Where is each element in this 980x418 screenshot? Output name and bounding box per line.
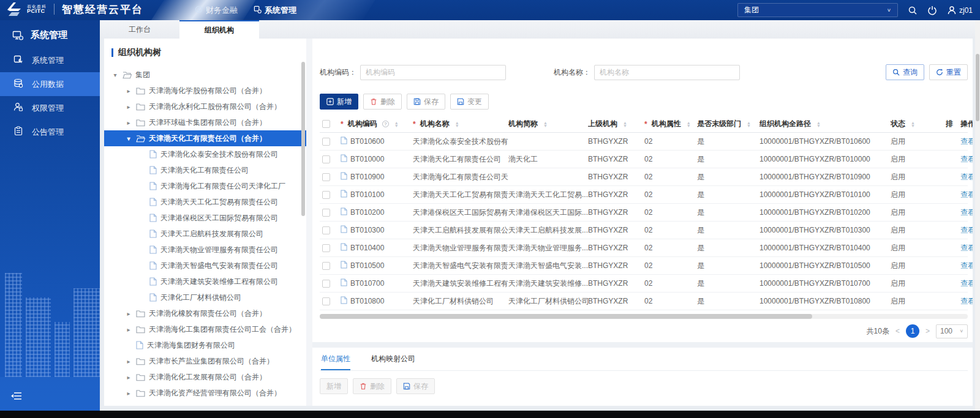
tree-caret-icon[interactable]: ▸ [125,310,132,317]
tree-node[interactable]: 天津天工启航科技发展有限公司 [104,226,306,242]
add-button[interactable]: 新增 [320,94,358,110]
row-checkbox[interactable] [322,244,330,252]
org-name-cell: 天津渤天物业管理服务有限责... [413,243,508,253]
view-link[interactable]: 查看 [960,243,973,253]
view-link[interactable]: 查看 [960,190,973,200]
tree-node[interactable]: 天津渤海集团财务有限公司 [104,337,306,353]
info-icon[interactable]: ? [382,121,389,127]
sidebar-item-权限管理[interactable]: 权限管理 [0,96,100,120]
tree-node[interactable]: 天津渤天建筑安装维修工程有限公司 [104,274,306,289]
tree-node[interactable]: 天津渤天天工化工贸易有限责任公司 [104,194,306,210]
sidebar-item-公用数据[interactable]: 公用数据 [0,72,100,96]
detail-delete-button[interactable]: 删除 [353,378,391,394]
detail-tab-单位属性[interactable]: 单位属性 [321,354,350,370]
tree-node[interactable]: 天津港保税区天工国际贸易有限公司 [104,210,306,226]
tree-caret-icon[interactable]: ▾ [125,135,132,142]
tree-node[interactable]: ▸天津环球磁卡集团有限公司（合并） [104,114,306,130]
view-link[interactable]: 查看 [960,261,973,271]
tree-caret-icon[interactable]: ▸ [125,119,132,126]
top-nav-item-财务金融[interactable]: 财务金融 [195,5,238,16]
sort-caret-icon[interactable]: ▲▼ [747,121,751,127]
detail-add-button[interactable]: 新增 [320,378,348,394]
view-link[interactable]: 查看 [960,207,973,218]
row-checkbox[interactable] [322,155,330,163]
org-code-input[interactable] [360,65,506,80]
sidebar-item-公告管理[interactable]: 公告管理 [0,120,100,144]
row-checkbox[interactable] [322,173,330,181]
query-button[interactable]: 查询 [886,64,924,80]
detail-save-button[interactable]: 保存 [396,378,435,394]
tree-node[interactable]: ▸天津渤海化学股份有限公司（合并） [104,83,306,99]
row-checkbox[interactable] [322,138,330,146]
view-link[interactable]: 查看 [960,172,973,182]
view-link[interactable]: 查看 [960,136,973,147]
sort-caret-icon[interactable]: ▲▼ [394,121,399,127]
row-checkbox[interactable] [322,297,330,305]
tree-node[interactable]: ▾集团 [104,67,306,83]
pagination-next[interactable]: > [925,327,930,335]
org-code-value: BT010400 [350,244,384,252]
view-link[interactable]: 查看 [960,154,973,165]
delete-button[interactable]: 删除 [363,94,402,110]
row-checkbox[interactable] [322,262,330,270]
tree-caret-icon[interactable]: ▸ [125,374,132,381]
tree-node[interactable]: ▸天津市长芦盐业集团有限公司（合并） [104,353,306,369]
pagination-prev[interactable]: < [895,327,900,335]
sort-caret-icon[interactable]: ▲▼ [687,121,691,127]
tree-node[interactable]: 天津渤天智盛电气安装有限责任公司 [104,258,306,274]
sort-caret-icon[interactable]: ▲▼ [816,121,821,127]
chevron-down-icon: ∨ [887,7,891,13]
tab-工作台[interactable]: 工作台 [100,20,179,39]
tree-node[interactable]: 天津渤化众泰安全技术股份有限公司 [104,146,306,162]
tree-node[interactable]: 天津渤天化工有限责任公司 [104,162,306,178]
select-all-checkbox[interactable] [322,120,330,128]
sidebar-item-系统管理[interactable]: 系统管理 [0,48,100,72]
power-icon[interactable] [927,6,937,15]
tab-组织机构[interactable]: 组织机构 [179,20,259,39]
top-nav-item-系统管理[interactable]: 系统管理 [254,5,296,16]
tree-node[interactable]: ▸天津渤海化工集团有限责任公司工会（合并） [104,321,306,337]
tree-caret-icon[interactable]: ▸ [125,326,132,333]
view-link[interactable]: 查看 [960,278,973,289]
row-checkbox[interactable] [322,209,330,217]
tree-scrollbar[interactable] [301,62,305,216]
change-button[interactable]: 变更 [450,94,489,110]
is-leaf-cell: 是 [697,296,760,307]
tree-node[interactable]: ▸天津渤化橡胶有限责任公司（合并） [104,305,306,321]
org-select[interactable]: 集团 ∨ [737,3,898,17]
user-menu[interactable]: zj01 [947,6,973,15]
sort-caret-icon[interactable]: ▲▼ [623,121,627,127]
reset-button[interactable]: 重置 [929,64,968,80]
view-link[interactable]: 查看 [960,296,973,307]
pagination-page-1[interactable]: 1 [906,324,919,338]
tree-caret-icon[interactable]: ▸ [125,390,132,397]
page-scrollbar-thumb[interactable] [976,54,979,121]
tree-caret-icon[interactable]: ▸ [125,358,132,365]
tree-node[interactable]: ▾天津渤天化工有限责任公司（合并） [104,130,306,146]
tree-node[interactable]: 天津渤天物业管理服务有限责任公司 [104,242,306,258]
save-button[interactable]: 保存 [407,94,445,110]
row-checkbox[interactable] [322,280,330,288]
view-link[interactable]: 查看 [960,225,973,236]
page-size-select[interactable]: 100 ∨ [936,324,968,338]
tree-node-label: 天津渤化化工发展有限公司（合并） [149,372,266,383]
sort-caret-icon[interactable]: ▲▼ [911,121,915,127]
tree-caret-icon[interactable]: ▸ [125,103,132,110]
required-star: * [413,120,416,129]
row-checkbox[interactable] [322,226,330,234]
tree-node[interactable]: ▸天津渤化永利化工股份有限公司（合并） [104,99,306,114]
tree-node[interactable]: 天津渤海化工有限责任公司天津化工厂 [104,178,306,194]
tree-caret-icon[interactable]: ▸ [125,88,132,94]
horizontal-scrollbar-thumb[interactable] [320,314,812,319]
sort-caret-icon[interactable]: ▲▼ [455,121,459,127]
tree-node[interactable]: ▸天津渤化化工发展有限公司（合并） [104,369,306,385]
sort-caret-icon[interactable]: ▲▼ [543,121,548,127]
tree-node[interactable]: ▸天津渤化资产经营管理有限公司（合并） [104,385,306,401]
tree-node[interactable]: 天津化工厂材料供销公司 [104,289,306,305]
org-name-input[interactable] [594,65,740,80]
row-checkbox[interactable] [322,191,330,199]
collapse-sidebar-icon[interactable] [11,392,22,402]
detail-tab-机构映射公司[interactable]: 机构映射公司 [371,354,415,370]
search-icon[interactable] [908,6,918,15]
tree-caret-icon[interactable]: ▾ [111,72,119,78]
